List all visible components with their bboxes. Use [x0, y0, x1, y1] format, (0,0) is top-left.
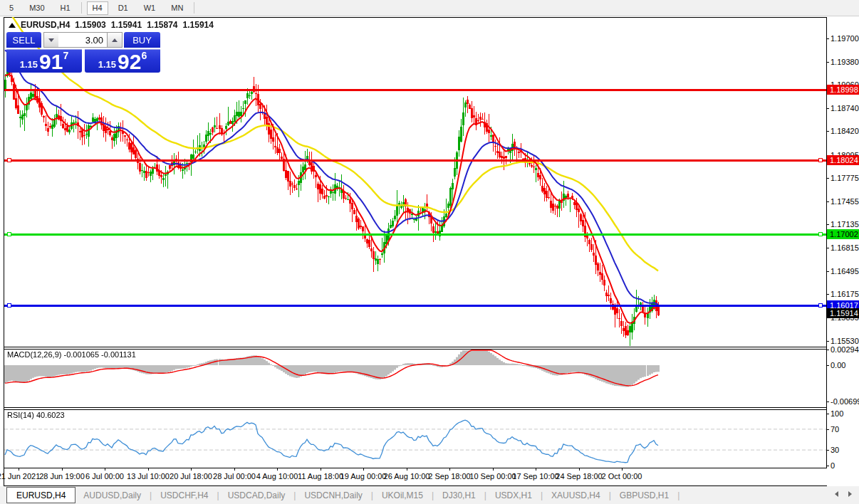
price-axis-tick [826, 341, 829, 342]
ohlc-low: 1.15874 [147, 20, 177, 30]
volume-decrease-button[interactable] [43, 32, 59, 48]
ohlc-open: 1.15903 [75, 20, 105, 30]
price-axis-label: 1.18420 [831, 127, 859, 135]
date-axis-label: 26 Aug 10:00 [384, 472, 430, 481]
price-axis-label: 1.16175 [831, 290, 859, 298]
sell-price-display[interactable]: 1.15 91 7 [6, 49, 82, 73]
line-handle[interactable] [818, 158, 823, 162]
tab-audusd-daily[interactable]: AUDUSD,Daily [76, 486, 149, 504]
line-handle[interactable] [7, 158, 11, 162]
timeframe-button-m30[interactable]: M30 [24, 1, 50, 15]
timeframe-button-h4[interactable]: H4 [87, 1, 108, 15]
date-axis-tick [148, 468, 149, 471]
timeframe-button-5[interactable]: 5 [4, 1, 19, 15]
timeframe-toolbar: 5M30H1H4D1W1MN [0, 0, 859, 16]
tab-usdchf-h4[interactable]: USDCHF,H4 [152, 486, 216, 504]
hline-price-label: 1.18024 [827, 155, 859, 165]
date-axis-label: 6 Jul 00:00 [85, 472, 124, 481]
rsi-axis-label: 0 [831, 461, 835, 470]
ohlc-close: 1.15914 [183, 20, 214, 30]
date-axis-tick [62, 468, 63, 471]
macd-axis-label: 0.00 [831, 361, 845, 369]
timeframe-button-d1[interactable]: D1 [113, 1, 134, 15]
price-axis-label: 1.19380 [831, 58, 859, 66]
hline-1.17002[interactable] [4, 233, 826, 236]
volume-increase-button[interactable] [107, 32, 123, 48]
line-handle[interactable] [818, 303, 823, 308]
tab-eurusd-h4[interactable]: EURUSD,H4 [6, 487, 76, 503]
price-axis-tick [826, 224, 829, 225]
macd-indicator-label: MACD(12,26,9) -0.001065 -0.001131 [7, 350, 136, 359]
scroll-tabs-right-icon[interactable] [848, 491, 852, 497]
date-axis-label: 4 Aug 10:00 [256, 472, 298, 481]
tab-xauusd-h4[interactable]: XAUUSD,H4 [543, 486, 608, 504]
hline-price-label: 1.18998 [827, 85, 859, 95]
tab-ukoil-m15[interactable]: UKOil,M15 [374, 486, 431, 504]
date-axis-label: 28 Jul 00:00 [213, 472, 256, 481]
tab-separator: | [371, 490, 373, 500]
buy-price-sup: 6 [141, 51, 147, 61]
tab-separator: | [677, 490, 680, 500]
date-axis-label: 17 Sep 10:00 [512, 472, 558, 481]
volume-input[interactable]: 3.00 [58, 32, 107, 48]
buy-button[interactable]: BUY [124, 32, 160, 48]
hline-1.18998[interactable] [4, 89, 826, 91]
toolbar-separator [194, 2, 194, 14]
tab-separator: | [432, 490, 434, 500]
price-axis-tick [826, 62, 829, 63]
price-axis-label: 1.17135 [831, 220, 859, 229]
macd-axis-label: 0.00294 [831, 345, 859, 354]
date-axis-tick [277, 468, 278, 471]
rsi-axis-tick [826, 466, 829, 466]
tab-usdcad-daily[interactable]: USDCAD,Daily [220, 486, 293, 504]
date-axis-tick [105, 468, 105, 471]
scroll-tabs-left-icon[interactable] [835, 491, 838, 497]
timeframe-button-w1[interactable]: W1 [138, 1, 162, 15]
triangle-up-icon [112, 38, 118, 42]
rsi-axis-label: 100 [831, 409, 843, 418]
buy-price-small: 1.15 [98, 60, 116, 69]
macd-axis-tick [826, 365, 829, 366]
date-axis-tick [536, 468, 536, 471]
date-axis-tick [407, 468, 407, 471]
line-handle[interactable] [7, 232, 11, 236]
tab-separator: | [217, 490, 219, 500]
price-axis-tick [826, 248, 829, 248]
tab-scroll-controls [835, 491, 852, 497]
tab-separator: | [150, 490, 152, 500]
tab-dj30-h1[interactable]: DJ30,H1 [434, 486, 484, 504]
price-axis-tick [826, 108, 829, 109]
date-axis-tick [363, 468, 364, 471]
price-chart-canvas[interactable] [4, 17, 826, 468]
price-axis-tick [826, 294, 829, 295]
rsi-axis-tick [826, 429, 829, 430]
price-axis-label: 1.18740 [831, 104, 859, 112]
timeframe-button-h1[interactable]: H1 [55, 1, 76, 15]
date-axis-tick [493, 468, 494, 471]
buy-price-display[interactable]: 1.15 92 6 [85, 49, 160, 73]
one-click-trading-panel: SELL 3.00 BUY 1.15 91 7 1.15 92 6 [6, 32, 160, 73]
rsi-axis-tick [826, 450, 829, 451]
chart-title: EURUSD,H4 1.15903 1.15941 1.15874 1.1591… [9, 20, 215, 30]
collapse-arrow-icon[interactable] [9, 23, 16, 28]
hline-1.18024[interactable] [4, 159, 826, 162]
sell-price-big: 91 [39, 52, 63, 71]
mt4-terminal: 5M30H1H4D1W1MN EURUSD,H4 1.15903 1.15941… [0, 0, 859, 504]
sell-button[interactable]: SELL [6, 32, 41, 48]
tab-separator: | [541, 490, 543, 500]
tab-usdx-h1[interactable]: USDX,H1 [487, 486, 540, 504]
line-handle[interactable] [7, 303, 11, 308]
macd-axis-tick [826, 401, 829, 402]
price-axis-label: 1.19700 [831, 34, 859, 43]
rsi-axis-tick [826, 414, 829, 414]
tab-separator: | [293, 490, 296, 500]
date-axis-tick [579, 468, 580, 471]
date-axis-tick [19, 468, 19, 471]
macd-axis-tick [826, 350, 829, 350]
date-axis-label: 10 Sep 00:00 [469, 472, 516, 481]
tab-usdcnh-daily[interactable]: USDCNH,Daily [296, 486, 370, 504]
tab-gbpusd-h1[interactable]: GBPUSD,H1 [612, 486, 677, 504]
hline-1.16017[interactable] [4, 305, 826, 307]
timeframe-button-mn[interactable]: MN [165, 1, 189, 15]
line-handle[interactable] [818, 232, 823, 236]
